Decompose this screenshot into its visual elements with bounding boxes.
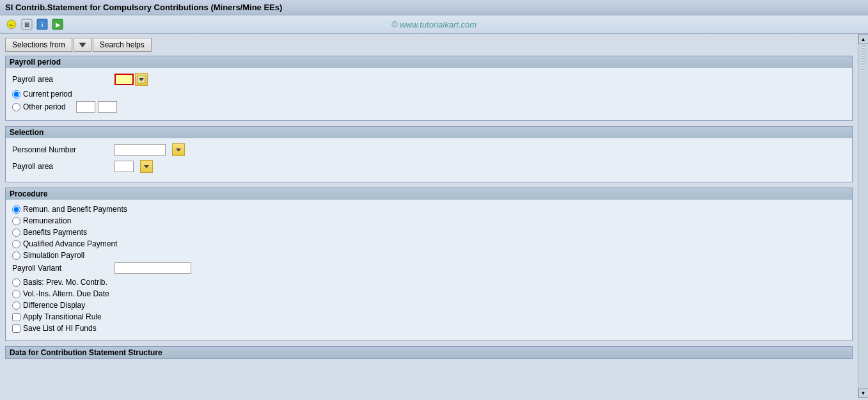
simulation-payroll-radio[interactable]	[12, 252, 20, 260]
basis-prev-row: Basis: Prev. Mo. Contrib.	[12, 278, 846, 287]
current-period-row: Current period	[12, 90, 846, 99]
procedure-section: Procedure Remun. and Benefit Payments Re…	[5, 188, 853, 341]
selection-section: Selection Personnel Number	[5, 126, 853, 182]
apply-transitional-label: Apply Transitional Rule	[23, 312, 102, 321]
back-icon[interactable]: ←	[5, 18, 18, 31]
remun-benefit-label: Remun. and Benefit Payments	[23, 205, 127, 214]
vol-ins-row: Vol.-Ins. Altern. Due Date	[12, 289, 846, 298]
simulation-payroll-row: Simulation Payroll	[12, 251, 846, 260]
current-period-radio[interactable]	[12, 90, 20, 99]
payroll-area-row: Payroll area	[12, 73, 846, 86]
apply-transitional-row: Apply Transitional Rule	[12, 312, 846, 321]
scrollbar[interactable]: ▲ ▼	[858, 34, 868, 398]
basis-prev-label: Basis: Prev. Mo. Contrib.	[23, 278, 107, 287]
other-period-label: Other period	[23, 102, 66, 111]
qualified-advance-row: Qualified Advance Payment	[12, 239, 846, 248]
title-bar: SI Contrib.Statement for Compulsory Cont…	[0, 0, 868, 15]
basis-prev-radio[interactable]	[12, 278, 20, 287]
remuneration-radio[interactable]	[12, 217, 20, 225]
difference-display-row: Difference Display	[12, 301, 846, 310]
payroll-variant-input[interactable]	[114, 262, 191, 274]
selection-payroll-area-label: Payroll area	[12, 162, 114, 171]
payroll-area-label: Payroll area	[12, 75, 114, 84]
content-area: Selections from Search helps Payroll per…	[0, 34, 858, 398]
save-icon[interactable]: i	[36, 18, 49, 31]
search-helps-button[interactable]: Search helps	[93, 38, 152, 52]
save-list-checkbox[interactable]	[12, 324, 20, 333]
vol-ins-label: Vol.-Ins. Altern. Due Date	[23, 289, 109, 298]
toolbar: ← ⊞ i ▶ © www.tutorialkart.com	[0, 15, 868, 34]
svg-text:←: ←	[8, 21, 15, 28]
procedure-header: Procedure	[6, 188, 852, 200]
svg-text:i: i	[42, 22, 43, 28]
payroll-area-select-button[interactable]	[135, 73, 148, 86]
remuneration-label: Remuneration	[23, 216, 71, 225]
title-text: SI Contrib.Statement for Compulsory Cont…	[5, 3, 282, 12]
other-period-input1[interactable]	[76, 101, 95, 113]
save-list-row: Save List of HI Funds	[12, 324, 846, 333]
payroll-period-body: Payroll area Current period	[6, 68, 852, 120]
qualified-advance-radio[interactable]	[12, 240, 20, 248]
apply-transitional-checkbox[interactable]	[12, 313, 20, 321]
other-period-radio[interactable]	[12, 103, 20, 111]
remuneration-row: Remuneration	[12, 216, 846, 225]
payroll-variant-label: Payroll Variant	[12, 264, 114, 273]
execute-icon[interactable]: ▶	[51, 18, 64, 31]
scroll-down-button[interactable]: ▼	[858, 388, 869, 398]
svg-marker-8	[79, 43, 86, 47]
benefits-payments-row: Benefits Payments	[12, 228, 846, 237]
benefits-payments-radio[interactable]	[12, 228, 20, 237]
selection-header: Selection	[6, 127, 852, 138]
svg-marker-12	[144, 165, 149, 168]
payroll-area-input[interactable]	[114, 74, 134, 85]
watermark: © www.tutorialkart.com	[391, 20, 477, 29]
qualified-advance-label: Qualified Advance Payment	[23, 239, 117, 248]
scroll-track[interactable]	[858, 44, 868, 388]
scroll-up-button[interactable]: ▲	[858, 34, 869, 44]
other-period-row: Other period	[12, 101, 846, 113]
selection-payroll-area-select-button[interactable]	[140, 160, 153, 173]
other-period-input2[interactable]	[98, 101, 117, 113]
personnel-number-row: Personnel Number	[12, 143, 846, 156]
procedure-body: Remun. and Benefit Payments Remuneration…	[6, 200, 852, 340]
selection-body: Personnel Number Payroll area	[6, 138, 852, 182]
scroll-thumb[interactable]	[862, 45, 865, 71]
personnel-number-select-button[interactable]	[172, 143, 185, 156]
save-list-label: Save List of HI Funds	[23, 324, 97, 333]
remun-benefit-row: Remun. and Benefit Payments	[12, 205, 846, 214]
simulation-payroll-label: Simulation Payroll	[23, 251, 84, 260]
svg-text:▶: ▶	[56, 22, 61, 28]
svg-text:⊞: ⊞	[24, 21, 29, 28]
selection-payroll-area-input[interactable]	[114, 161, 134, 172]
personnel-number-label: Personnel Number	[12, 145, 114, 154]
payroll-period-header: Payroll period	[6, 56, 852, 68]
selection-payroll-area-row: Payroll area	[12, 160, 846, 173]
selections-from-button[interactable]: Selections from	[5, 38, 72, 52]
selections-bar: Selections from Search helps	[5, 38, 853, 52]
payroll-period-section: Payroll period Payroll area	[5, 56, 853, 121]
forward-icon[interactable]: ⊞	[20, 18, 33, 31]
difference-display-radio[interactable]	[12, 301, 20, 310]
current-period-label: Current period	[23, 90, 72, 99]
data-contribution-bar: Data for Contribution Statement Structur…	[5, 346, 853, 359]
vol-ins-radio[interactable]	[12, 290, 20, 298]
remun-benefit-radio[interactable]	[12, 205, 20, 214]
arrow-button[interactable]	[74, 38, 91, 52]
payroll-variant-row: Payroll Variant	[12, 262, 846, 274]
personnel-number-input[interactable]	[114, 144, 166, 156]
difference-display-label: Difference Display	[23, 301, 85, 310]
benefits-payments-label: Benefits Payments	[23, 228, 87, 237]
svg-marker-11	[176, 148, 181, 152]
